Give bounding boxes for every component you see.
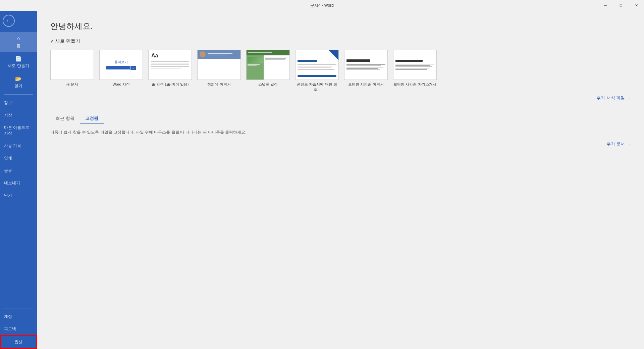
maximize-button[interactable]: □: [613, 0, 629, 11]
line1: [151, 61, 189, 62]
section-new-label: 새로 만들기: [55, 38, 80, 44]
close-button[interactable]: ✕: [629, 0, 644, 11]
snapshot-header: [247, 50, 289, 55]
template-blank-thumb: [50, 50, 94, 80]
minimize-button[interactable]: ─: [598, 0, 613, 11]
template-word-start[interactable]: 돌려보기 → Word 시작: [99, 50, 143, 92]
back-button[interactable]: ←: [3, 15, 15, 27]
sidebar-item-save-as[interactable]: 다른 이름으로 저장: [0, 121, 37, 140]
new-icon: 📄: [15, 55, 22, 62]
line-aa-row: Aa: [151, 53, 158, 59]
word-start-bar: [106, 66, 130, 69]
aa-text: Aa: [151, 53, 158, 59]
add-template-link[interactable]: 추가 서식 파일 →: [596, 95, 631, 100]
sl2: [248, 65, 257, 66]
sidebar-item-open[interactable]: 📂 열기: [0, 72, 37, 92]
resume-header: [198, 50, 240, 59]
sidebar-item-close[interactable]: 닫기: [0, 189, 37, 202]
sidebar-open-label: 열기: [14, 83, 22, 89]
resume-photo: [200, 51, 206, 57]
sidebar-item-save[interactable]: 저장: [0, 109, 37, 121]
sh-line: [248, 52, 272, 53]
snapshot-left: [247, 55, 264, 80]
word-start-bar-row: →: [106, 66, 136, 70]
sidebar-divider-bottom: [4, 308, 33, 308]
snapshot-body: [247, 55, 289, 80]
snapshot-right: [264, 55, 289, 80]
template-blank[interactable]: 새 문서: [50, 50, 94, 92]
template-blue-resume-thumb: [197, 50, 241, 80]
mr3: [346, 67, 383, 67]
sr3: [265, 59, 284, 60]
add-template-container: 추가 서식 파일 →: [50, 95, 631, 101]
sidebar-item-account[interactable]: 계정: [0, 310, 37, 323]
greeting-heading: 안녕하세요.: [50, 21, 631, 32]
tab-pinned[interactable]: 고정됨: [80, 113, 104, 124]
sidebar-home-label: 홈: [16, 43, 20, 49]
sidebar-top: ←: [0, 11, 37, 32]
sidebar-item-export[interactable]: 내보내기: [0, 177, 37, 189]
cr2: [298, 66, 332, 66]
template-line-spacing[interactable]: Aa 줄 간격 1줄(비어 있음): [148, 50, 192, 92]
sl1: [248, 64, 260, 65]
template-snapshot-label: 스냅숏 일정: [258, 82, 278, 87]
sidebar-item-home[interactable]: ⌂ 홈: [0, 32, 37, 52]
cr1: [298, 64, 336, 65]
cr-progress: [298, 75, 336, 77]
content-divider: [50, 108, 631, 108]
sidebar-item-share[interactable]: 공유: [0, 164, 37, 177]
template-line-spacing-label: 줄 간격 1줄(비어 있음): [152, 82, 189, 87]
sr1: [265, 57, 288, 57]
title-bar: 문서4 - Word ─ □ ✕: [0, 0, 644, 11]
sidebar-divider-top: [4, 94, 33, 95]
resume-body: [198, 59, 202, 80]
tab-recent[interactable]: 최근 항목: [50, 113, 80, 124]
template-modern-cover[interactable]: 모던한 시간순 자기소개서: [393, 50, 437, 92]
template-modern-resume-thumb: [344, 50, 388, 80]
mr2: [346, 65, 381, 66]
tabs: 최근 항목 고정됨: [50, 113, 631, 124]
sidebar: ← ⌂ 홈 📄 새로 만들기 📂 열기 정보: [0, 11, 37, 349]
sidebar-item-options[interactable]: 옵션: [0, 335, 37, 349]
template-modern-cover-thumb: [393, 50, 437, 80]
line5: [151, 68, 181, 68]
sidebar-item-feedback[interactable]: 피드백: [0, 323, 37, 335]
template-modern-resume[interactable]: 모던한 시간순 이력서: [344, 50, 388, 92]
template-content-ref[interactable]: 콘텐츠 자습서에 대한 최초...: [295, 50, 339, 92]
open-icon: 📂: [15, 76, 22, 82]
mc5: [395, 69, 427, 70]
template-blue-resume[interactable]: 청회색 이력서: [197, 50, 241, 92]
add-doc-link[interactable]: 추가 문서 →: [606, 141, 631, 146]
sidebar-bottom: 계정 피드백 옵션: [0, 306, 37, 349]
snapshot-img-fill: [248, 57, 263, 63]
template-line-spacing-thumb: Aa: [148, 50, 192, 80]
sidebar-item-new[interactable]: 📄 새로 만들기: [0, 52, 37, 72]
template-snapshot[interactable]: 스냅숏 일정: [246, 50, 290, 92]
sidebar-nav: ⌂ 홈 📄 새로 만들기 📂 열기 정보 저장 다른 이름으로 저장: [0, 32, 37, 306]
main-content: 안녕하세요. ∨ 새로 만들기 새 문서 돌려보기 →: [37, 11, 644, 349]
mr-name: [346, 59, 370, 62]
template-modern-cover-label: 모던한 시간순 자기소개서: [393, 82, 436, 87]
template-snapshot-thumb: [246, 50, 290, 80]
template-blank-label: 새 문서: [66, 82, 78, 87]
section-new-header: ∨ 새로 만들기: [50, 38, 631, 44]
sidebar-new-label: 새로 만들기: [8, 63, 29, 69]
blue-corner-icon: [328, 50, 338, 60]
mr5: [346, 69, 380, 70]
sr2: [265, 58, 286, 59]
mr4: [346, 68, 378, 69]
cr-title: [298, 60, 317, 62]
sidebar-item-print[interactable]: 인쇄: [0, 152, 37, 164]
line4: [151, 66, 189, 67]
template-content-ref-label: 콘텐츠 자습서에 대한 최초...: [295, 82, 339, 92]
mc1: [395, 64, 434, 64]
line2: [151, 63, 189, 63]
title-bar-controls: ─ □ ✕: [598, 0, 644, 11]
resume-header-lines: [208, 53, 238, 55]
cr-progress-area: [298, 75, 336, 77]
word-start-arrow-icon: →: [130, 66, 136, 70]
sidebar-item-info[interactable]: 정보: [0, 97, 37, 109]
mc4: [395, 68, 429, 68]
sidebar-item-history[interactable]: 사용 기록: [0, 140, 37, 152]
add-doc-container: 추가 문서 →: [50, 141, 631, 147]
